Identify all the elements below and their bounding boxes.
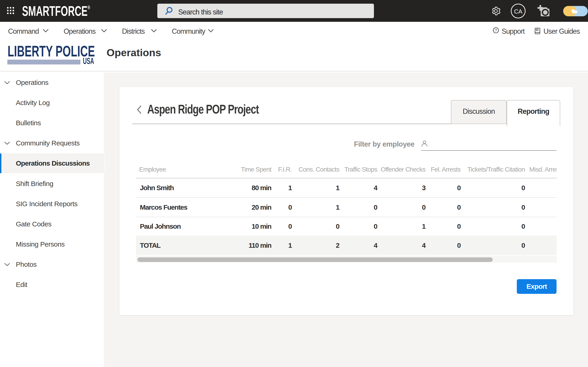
- svg-text:?: ?: [495, 28, 497, 33]
